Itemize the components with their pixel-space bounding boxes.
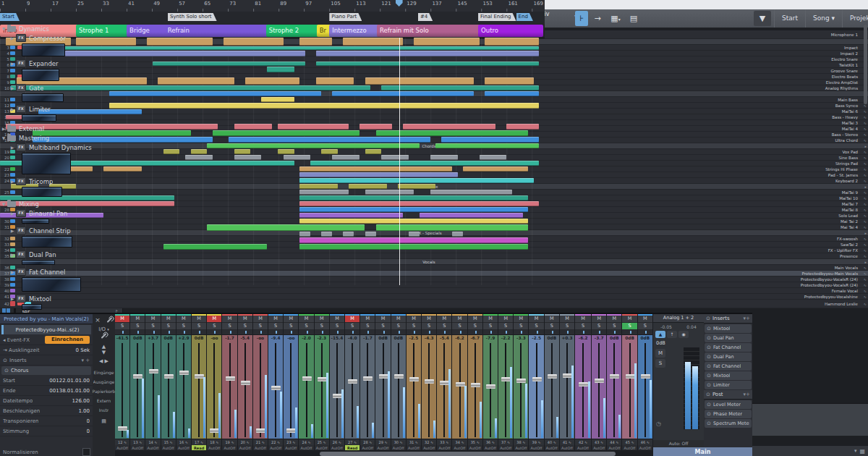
channel-mute-button[interactable]: M: [607, 316, 621, 323]
fader-handle[interactable]: [595, 379, 604, 383]
narrow-wide-buttons[interactable]: ▲▼: [102, 344, 106, 355]
folder-external[interactable]: ▶External: [0, 124, 865, 133]
channel-solo-button[interactable]: S: [638, 323, 652, 330]
channel-solo-button[interactable]: S: [514, 323, 528, 330]
channel-mute-button[interactable]: M: [452, 316, 467, 323]
channel-solo-button[interactable]: S: [207, 323, 221, 330]
fade-row[interactable]: ⇥ Ausklingzeit 0 Sek: [0, 345, 93, 355]
event-inserts-header[interactable]: ⊙Inserts ▾ +: [0, 355, 93, 366]
channel-mute-button[interactable]: M: [145, 316, 160, 323]
channel-pan-control[interactable]: [268, 330, 283, 335]
plugin-thumbnail[interactable]: [22, 114, 56, 122]
channel-solo-button[interactable]: S: [622, 323, 637, 330]
insert-mixtool[interactable]: ⊙Mixtool: [705, 371, 752, 380]
mixer-tool-ausgange[interactable]: Ausgänge: [93, 379, 115, 384]
event-row-beschleunigen[interactable]: Beschleunigen1.00: [0, 406, 93, 416]
mixer-channel-21[interactable]: MS-oo21 ∿AutOffStrPad: [253, 314, 268, 456]
plugin-thumbnail[interactable]: [22, 187, 62, 197]
fx-gate[interactable]: ▶FXGate: [0, 83, 865, 93]
insert-dual-pan[interactable]: ⊙Dual Pan: [705, 334, 752, 342]
browser-scrollbar[interactable]: [864, 25, 867, 104]
plugin-thumbnail[interactable]: [22, 69, 59, 81]
fx-mixtool[interactable]: ▶FXMixtool: [0, 294, 865, 303]
channel-pan-control[interactable]: [391, 330, 406, 335]
channel-fader-area[interactable]: [176, 342, 191, 439]
channel-mute-button[interactable]: M: [253, 316, 268, 323]
channel-gain-value[interactable]: -oo: [253, 335, 268, 342]
mixer-channel-14[interactable]: MS+3.714 ∿AutOffBasHvy: [145, 314, 161, 456]
channel-mute-button[interactable]: M: [391, 316, 406, 323]
channel-fader-area[interactable]: [592, 342, 606, 439]
fx-binaural-pan[interactable]: ▶FXBinaural Pan: [0, 208, 865, 218]
channel-solo-button[interactable]: S: [161, 323, 176, 330]
channel-pan-control[interactable]: [360, 330, 375, 335]
fader-handle[interactable]: [195, 374, 204, 379]
channel-pan-control[interactable]: [375, 330, 390, 335]
scroll-buttons[interactable]: ◀ ▶: [99, 358, 109, 364]
channel-solo-button[interactable]: S: [145, 323, 160, 330]
plugin-thumbnail[interactable]: [22, 219, 49, 224]
fader-handle[interactable]: [133, 374, 142, 379]
main-bus-label[interactable]: Main: [653, 447, 752, 456]
power-icon[interactable]: ⊙: [707, 354, 711, 360]
channel-solo-button[interactable]: S: [284, 323, 298, 330]
channel-mute-button[interactable]: M: [407, 316, 421, 323]
fader-handle[interactable]: [579, 382, 588, 387]
fader-handle[interactable]: [149, 369, 158, 373]
fader-handle[interactable]: [286, 428, 296, 433]
mixer-channel-42[interactable]: MS-6.242 ∿AutOffHammnd: [575, 314, 592, 456]
channel-mute-button[interactable]: M: [592, 316, 606, 323]
mixer-channel-37[interactable]: MS-2.237 ∿AutOffPrByYo: [498, 314, 514, 456]
channel-gain-value[interactable]: -2.3: [315, 335, 329, 342]
plugin-thumbnail[interactable]: [22, 93, 64, 102]
mixer-channel-34[interactable]: MS-6.234 ∿AutOffFXUplf: [452, 314, 467, 456]
fx-expander[interactable]: ▶FXExpander: [0, 59, 865, 68]
channel-mute-button[interactable]: M: [529, 316, 543, 323]
channel-gain-value[interactable]: -7.9: [483, 335, 498, 342]
power-icon[interactable]: ⊙: [707, 373, 711, 379]
channel-gain-value[interactable]: +2.9: [176, 335, 191, 342]
channel-gain-value[interactable]: -3.3: [514, 335, 528, 342]
channel-mute-button[interactable]: M: [222, 316, 237, 323]
event-row-dateitempo[interactable]: Dateitempo126.00: [0, 396, 93, 406]
plugin-thumbnail[interactable]: [22, 236, 72, 248]
fader-handle[interactable]: [486, 384, 495, 389]
channel-gain-value[interactable]: -5.4: [437, 335, 451, 342]
mixer-channel-40[interactable]: MS0dB40 ∿AutOffFemVoc: [545, 314, 560, 456]
channel-mute-button[interactable]: M: [315, 316, 329, 323]
channel-solo-button[interactable]: S: [545, 323, 559, 330]
main-automation-mode[interactable]: Auto: Off: [653, 440, 704, 447]
mixer-channel-24[interactable]: MS-2.024 ∿AutOffKeybd2: [299, 314, 314, 456]
channel-fader-area[interactable]: [545, 342, 559, 439]
mixer-channel-39[interactable]: MS-2.539 ∿AutOffPrVocR: [529, 314, 544, 456]
fader-handle[interactable]: [333, 394, 342, 398]
channel-gain-value[interactable]: -41.5: [115, 335, 129, 342]
channel-gain-value[interactable]: -3.7: [592, 335, 606, 342]
mixer-channel-41[interactable]: MS+0.341 ∿AutOffPrVocs: [560, 314, 575, 456]
channel-mute-button[interactable]: M: [207, 316, 221, 323]
fader-handle[interactable]: [379, 374, 388, 379]
channel-fader-area[interactable]: [161, 342, 176, 439]
mixer-channel-46[interactable]: MS0dB46 ∿AutOffKick: [638, 314, 653, 456]
channel-fader-area[interactable]: [452, 342, 467, 439]
channel-fader-area[interactable]: [622, 342, 637, 439]
mixer-channel-38[interactable]: MS-3.338 ∿AutOffPrVocR: [514, 314, 529, 456]
fader-handle[interactable]: [425, 379, 434, 384]
channel-mute-button[interactable]: M: [437, 316, 451, 323]
channel-mute-button[interactable]: M: [330, 316, 344, 323]
channel-gain-value[interactable]: -6.7: [468, 335, 482, 342]
insert-fat-channel[interactable]: ⊙Fat Channel: [705, 362, 752, 371]
eventfx-label[interactable]: ◂ Event-FX: [3, 337, 30, 343]
channel-pan-control[interactable]: [145, 330, 160, 335]
channel-solo-button[interactable]: S: [483, 323, 498, 330]
marker-flag-final-ending[interactable]: Final Ending: [478, 13, 516, 21]
channel-solo-button[interactable]: S: [360, 323, 375, 330]
channel-fader-area[interactable]: [315, 342, 329, 439]
channel-solo-button[interactable]: S: [422, 323, 436, 330]
main-mute-button[interactable]: M: [655, 349, 665, 358]
channel-solo-button[interactable]: S: [253, 323, 268, 330]
channel-solo-button[interactable]: S: [529, 323, 543, 330]
marker-flag-piano-part[interactable]: Piano Part: [329, 13, 362, 21]
marker-flag--4[interactable]: #4: [418, 13, 433, 21]
channel-gain-value[interactable]: -oo: [284, 335, 298, 342]
